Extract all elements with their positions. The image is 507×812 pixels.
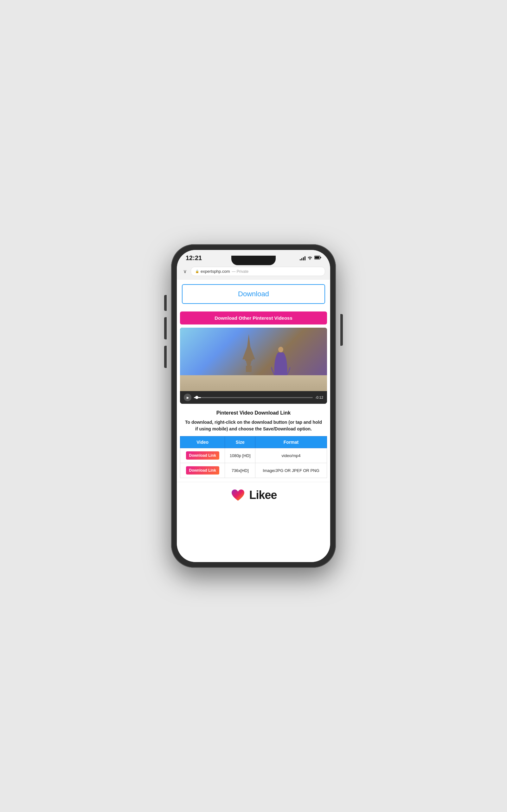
download-other-button[interactable]: Download Other Pinterest Videoss [180,311,327,324]
col-header-size: Size [225,437,256,448]
col-header-format: Format [256,437,327,448]
download-link-button-2[interactable]: Download Link [186,466,219,474]
notch [231,256,276,265]
table-cell-video-2: Download Link [180,463,225,478]
download-table: Video Size Format Download Link 1080p [H… [180,436,327,478]
play-icon: ▶ [187,396,189,399]
table-row: Download Link 736x[HD] Image/JPG OR JPEF… [180,463,327,478]
time-remaining: -0:12 [315,396,323,399]
phone-screen: 12:21 [177,250,330,562]
battery-icon [314,256,321,260]
table-cell-size-1: 1080p [HD] [225,448,256,463]
video-progress-bar[interactable]: ▶ -0:12 [180,391,327,404]
browser-chrome: ∨ 🔒 expertsphp.com — Private [177,264,330,280]
svg-rect-2 [315,257,320,259]
table-header-row: Video Size Format [180,437,327,448]
status-time: 12:21 [186,254,202,262]
power-button[interactable] [340,314,343,346]
svg-rect-4 [245,359,252,361]
likee-heart-icon [230,487,246,503]
table-row: Download Link 1080p [HD] video/mp4 [180,448,327,463]
table-cell-format-2: Image/JPG OR JPEF OR PNG [256,463,327,478]
video-thumbnail [180,328,327,391]
likee-brand-text: Likee [249,489,277,502]
table-cell-size-2: 736x[HD] [225,463,256,478]
table-cell-format-1: video/mp4 [256,448,327,463]
play-button[interactable]: ▶ [184,394,191,401]
browser-toolbar: ∨ 🔒 expertsphp.com — Private [182,265,325,277]
screen-content: 12:21 [177,250,330,562]
table-cell-video-1: Download Link [180,448,225,463]
volume-down-button[interactable] [164,346,167,368]
mute-button[interactable] [164,295,167,311]
download-link-button-1[interactable]: Download Link [186,451,219,460]
download-button[interactable]: Download [182,284,325,304]
col-header-video: Video [180,437,225,448]
section-description: To download, right-click on the download… [177,418,330,436]
status-icons [300,255,321,261]
phone-frame: 12:21 [171,244,336,568]
download-button-area: Download [177,280,330,308]
progress-handle[interactable] [195,396,199,399]
svg-rect-1 [320,257,321,258]
address-bar[interactable]: 🔒 expertsphp.com — Private [191,267,325,276]
wifi-icon [307,255,313,261]
signal-icon [300,256,305,260]
lock-icon: 🔒 [195,270,199,273]
private-label: — Private [232,269,249,274]
svg-marker-3 [242,334,255,366]
video-player: ⤢ ⧉ 🔊 [180,328,327,404]
section-title: Pinterest Video Download Link [177,406,330,418]
volume-up-button[interactable] [164,317,167,339]
chevron-down-icon[interactable]: ∨ [182,267,188,275]
svg-point-6 [278,347,283,352]
likee-logo-area: Likee [177,482,330,508]
page-content: Download Download Other Pinterest Videos… [177,280,330,562]
svg-rect-5 [246,366,251,372]
eiffel-tower-image [241,334,257,372]
domain-text: expertsphp.com [201,269,230,274]
seek-bar[interactable] [194,397,313,398]
